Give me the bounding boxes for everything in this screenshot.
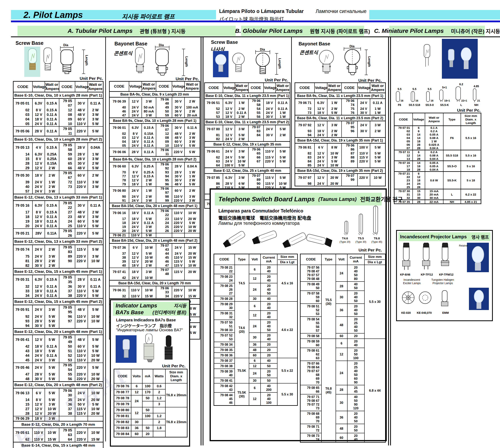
table-cell: 20 40 50	[347, 304, 364, 317]
table-row: 79 06 31110 V10 W79 06 33220 V10 W	[109, 286, 200, 294]
table-cell: 30	[336, 394, 347, 411]
table-cell: 48 V	[75, 215, 88, 219]
table-cell: 30 V	[32, 377, 45, 382]
table-cell: 94	[295, 133, 314, 138]
table-cell: 5 W	[142, 229, 156, 233]
table-cell: 2	[153, 389, 165, 395]
table-cell: 10 W	[142, 276, 156, 280]
table-row: 9024 V2 W98110 V3 W	[109, 195, 200, 199]
table-row: 79 07 0160.1 AF65.5 x 16	[394, 126, 481, 130]
table-cell: 20 25 40 50 60 90	[347, 361, 364, 385]
table-row: 79 05 3018 V2 W79 05 6760 V2 W	[13, 171, 103, 180]
table-cell: 28 V	[129, 148, 142, 157]
table-cell: 115 V	[264, 182, 276, 186]
table-cell: 2 W	[88, 210, 103, 215]
table-cell: 20	[261, 347, 277, 353]
col-code: CODE	[59, 81, 75, 92]
table-cell: 12 V	[129, 260, 142, 264]
table-cell: 24	[249, 283, 261, 296]
table-cell: 110 V	[75, 180, 88, 185]
table-cell: 0.11 A	[142, 140, 156, 144]
table-cell: 24 V	[314, 182, 327, 186]
table-cell: 115 V	[358, 156, 370, 160]
table-cell: 24 V	[358, 99, 370, 107]
indicator-table-body: 79 08 7661000.6T6.8 x 20mm79 08 77121702…	[114, 383, 187, 437]
table-cell: 28	[413, 146, 425, 150]
table-cell: 84	[249, 133, 264, 137]
projector-label-kptf12: KP-TF/12	[421, 273, 433, 276]
table-cell: 22 mA	[425, 200, 443, 204]
table-cell	[172, 276, 185, 280]
table-cell: 79 08 34	[214, 342, 235, 347]
table-cell: 48 V	[75, 305, 88, 314]
table-cell: 44	[156, 252, 172, 256]
table-cell: 96	[156, 182, 172, 187]
telephone-lamps-image	[217, 227, 336, 252]
table-row: 1924 V3 W25220 V10 W	[109, 225, 200, 229]
table-cell: 30 V	[32, 323, 45, 329]
table-cell: 40 50	[347, 282, 364, 291]
table-cell: 79 06 21	[109, 233, 129, 238]
table-cell: 5.5 x 16	[461, 126, 481, 150]
table-cell: 10 W	[88, 319, 103, 323]
col-code: CODE	[394, 113, 413, 126]
telephone-right-table-body: 79 07 56 79 08 47 79 07 57 79 08 48T5.5 …	[300, 265, 386, 442]
telephone-lamps-box: Telephone Switch Board Lamps (Taunus Lam…	[210, 188, 387, 441]
table-row: 79 05 0628 V0.11 A79 05 11220 V5 W	[13, 127, 103, 136]
table-cell: 0.11 A	[45, 215, 59, 219]
b-screw-title: Screw Base	[211, 39, 238, 45]
table-cell: 0.11 A	[142, 209, 156, 217]
table-row: 79 06 716.3V1 W79 06 7424 V0.11 A	[295, 99, 386, 107]
table-row: 4024 V2 W73220 V3 W	[13, 185, 103, 189]
table-cell: 2	[153, 419, 165, 425]
table-row: 79 06 0628 V0.11 A79 06 11220 V5 W	[109, 148, 200, 157]
table-row: 2912 V2 W6648 V5 W	[13, 166, 103, 171]
table-cell	[358, 182, 370, 186]
table-cell: 28 V	[223, 182, 235, 186]
table-cell: 10 W	[185, 209, 200, 217]
table-cell: T5.5 (30)	[321, 265, 336, 339]
table-cell: 25	[59, 224, 75, 229]
table-row: 4624 V80 mA5036 V2 W	[109, 110, 200, 113]
table-cell: 1 W	[370, 107, 386, 111]
table-cell: 12	[413, 175, 425, 179]
projector-header: Incandescent Projector Lamps 영사 램프	[398, 232, 490, 241]
col-code: CODE	[205, 83, 223, 93]
dia-label: Dia	[349, 45, 355, 48]
table-cell: 24 V	[129, 229, 142, 233]
table-cell	[75, 323, 88, 329]
table-cell: 24	[249, 369, 261, 378]
dia-label: Dia	[260, 48, 265, 51]
table-cell: 5 W	[142, 233, 156, 238]
table-cell: 79 05 49	[59, 335, 75, 344]
table-cell	[88, 263, 103, 268]
table-cell: 8 W	[327, 143, 342, 152]
table-cell: 48 V	[75, 335, 88, 344]
table-cell: 73	[295, 111, 314, 115]
table-row: Base BA-15d, Clear, Dia, 20 x Length 70 …	[109, 280, 200, 286]
table-cell: 79 06 65	[249, 147, 264, 156]
table-cell: 0.11 A	[142, 144, 156, 148]
table-cell: 5 W	[88, 349, 103, 353]
table-cell: 12	[131, 407, 142, 419]
table-cell: Base E-12, Clear, Dia. 19 x Length 35 mm	[205, 142, 290, 147]
tube-label-t46: T4.6(Type 20)	[337, 237, 353, 243]
table-cell: 77	[109, 175, 129, 178]
table-cell: 34	[156, 294, 172, 299]
table-cell: 18 V	[32, 344, 45, 349]
table-cell: 79 08 84	[114, 431, 131, 437]
table-cell: 04	[109, 140, 129, 144]
table-cell	[342, 182, 358, 186]
table-cell: 5 W	[88, 305, 103, 314]
table-cell: 24 V	[32, 254, 45, 259]
table-cell: 48 V	[75, 108, 88, 112]
indicator-subtitle: BA7s Base	[116, 309, 144, 316]
c-diagram-s55k: 5+1 18+1 S5.5-K	[439, 86, 450, 107]
table-cell: 5 W	[185, 260, 200, 264]
table-row: 9430 V5 W	[13, 323, 103, 329]
table-row: 79 08 21 22T4.5620 404.5 x 16	[214, 265, 297, 274]
table-cell: 12 V	[223, 107, 235, 111]
table-cell: 12	[336, 348, 347, 361]
table-cell: 1 W	[185, 175, 200, 178]
table-cell	[172, 233, 185, 238]
